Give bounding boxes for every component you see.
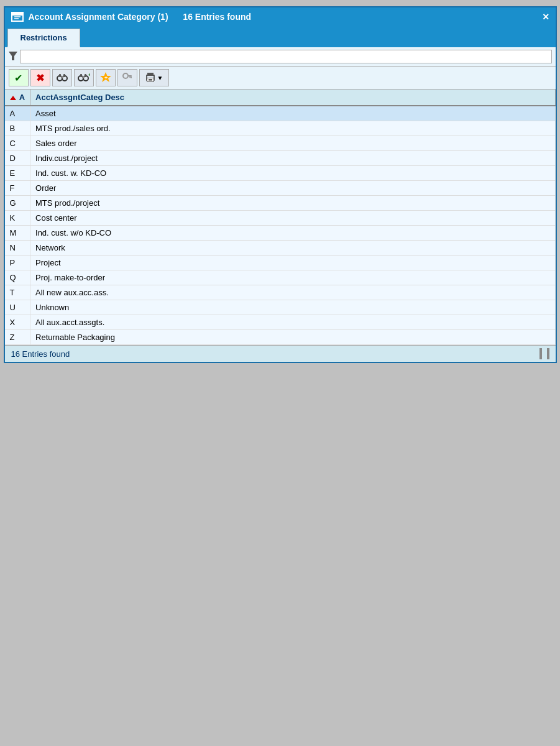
svg-text:+: + [88,72,90,78]
cell-code: N [5,241,30,256]
table-row[interactable]: ZReturnable Packaging [5,330,556,345]
cell-desc: Cost center [30,211,555,226]
table-row[interactable]: GMTS prod./project [5,196,556,211]
title-bar: Account Assignment Category (1) 16 Entri… [5,7,556,26]
main-window: Account Assignment Category (1) 16 Entri… [4,6,557,363]
svg-rect-12 [82,76,85,78]
table-row[interactable]: BMTS prod./sales ord. [5,121,556,136]
table-row[interactable]: NNetwork [5,241,556,256]
title-bar-left: Account Assignment Category (1) 16 Entri… [11,12,252,22]
cell-desc: Unknown [30,300,555,315]
checkmark-icon: ✔ [14,72,22,84]
window-title: Account Assignment Category (1) [29,12,168,22]
cell-code: P [5,256,30,270]
svg-rect-21 [129,76,131,78]
cell-desc: Indiv.cust./project [30,151,555,166]
svg-rect-23 [147,73,154,76]
svg-marker-4 [9,52,17,60]
table-row[interactable]: XAll aux.acct.assgts. [5,315,556,330]
sort-arrow [10,93,19,102]
cell-desc: Ind. cust. w. KD-CO [30,166,555,181]
cell-desc: Network [30,241,555,256]
svg-rect-20 [131,76,132,78]
table-row[interactable]: MInd. cust. w/o KD-CO [5,226,556,241]
cell-code: A [5,106,30,121]
table-row[interactable]: UUnknown [5,300,556,315]
print-button[interactable]: ▼ [139,69,169,86]
cell-desc: Proj. make-to-order [30,270,555,285]
svg-rect-14 [85,74,86,77]
cell-code: M [5,226,30,241]
filter-bar [5,47,556,67]
binoculars-icon [57,72,68,84]
cell-code: U [5,300,30,315]
cell-code: Z [5,330,30,345]
svg-point-18 [123,73,128,78]
cell-code: C [5,136,30,151]
table-row[interactable]: FOrder [5,181,556,196]
table-header-row: A AcctAssgntCateg Desc [5,90,556,106]
printer-icon [145,72,156,84]
find-all-button[interactable]: + [74,69,94,86]
key-icon [122,73,132,83]
table-row[interactable]: QProj. make-to-order [5,270,556,285]
binoculars-plus-icon: + [78,72,90,84]
svg-text:+: + [104,75,108,81]
table-row[interactable]: TAll new aux.acc.ass. [5,285,556,300]
table-row[interactable]: EInd. cust. w. KD-CO [5,166,556,181]
svg-rect-7 [61,76,63,78]
cell-code: E [5,166,30,181]
table-row[interactable]: KCost center [5,211,556,226]
new-entry-button[interactable]: + [96,69,116,86]
filter-input[interactable] [20,50,552,63]
table-row[interactable]: AAsset [5,106,556,121]
data-table: A AcctAssgntCateg Desc AAssetBMTS prod./… [5,90,556,345]
table-body: AAssetBMTS prod./sales ord.CSales orderD… [5,106,556,345]
cell-desc: Asset [30,106,555,121]
find-button[interactable] [52,69,72,86]
table-row[interactable]: CSales order [5,136,556,151]
table-row[interactable]: DIndiv.cust./project [5,151,556,166]
svg-rect-13 [80,74,82,77]
cell-desc: Project [30,256,555,270]
cell-code: T [5,285,30,300]
accept-button[interactable]: ✔ [9,69,29,86]
table-row[interactable]: PProject [5,256,556,270]
table-container: A AcctAssgntCateg Desc AAssetBMTS prod./… [5,90,556,345]
window-icon [11,12,24,22]
svg-rect-1 [12,12,23,16]
cell-desc: Ind. cust. w/o KD-CO [30,226,555,241]
star-icon: + [100,71,111,85]
cancel-button[interactable]: ✖ [30,69,50,86]
filter-icon [9,52,17,62]
toolbar: ✔ ✖ [5,67,556,90]
status-text: 16 Entries found [11,349,70,359]
entries-count-title: 16 Entries found [183,12,251,22]
cell-code: B [5,121,30,136]
cell-desc: All aux.acct.assgts. [30,315,555,330]
cell-code: G [5,196,30,211]
cell-code: X [5,315,30,330]
tab-restrictions[interactable]: Restrictions [7,29,80,47]
status-bar-right [539,348,549,359]
cell-desc: Order [30,181,555,196]
cell-desc: Returnable Packaging [30,330,555,345]
scroll-indicator-2 [547,348,549,359]
tab-bar: Restrictions [5,26,556,47]
cell-code: F [5,181,30,196]
cell-code: D [5,151,30,166]
details-button[interactable] [117,69,137,86]
x-icon: ✖ [36,72,44,84]
cell-desc: MTS prod./project [30,196,555,211]
cell-code: Q [5,270,30,285]
svg-rect-19 [127,75,132,76]
dropdown-arrow-icon: ▼ [157,75,163,81]
svg-rect-8 [59,74,61,77]
col-header-code: A [5,90,30,106]
cell-code: K [5,211,30,226]
close-button[interactable]: × [543,11,549,22]
svg-rect-9 [63,74,65,77]
col-header-desc: AcctAssgntCateg Desc [30,90,555,106]
cell-desc: All new aux.acc.ass. [30,285,555,300]
cell-desc: MTS prod./sales ord. [30,121,555,136]
